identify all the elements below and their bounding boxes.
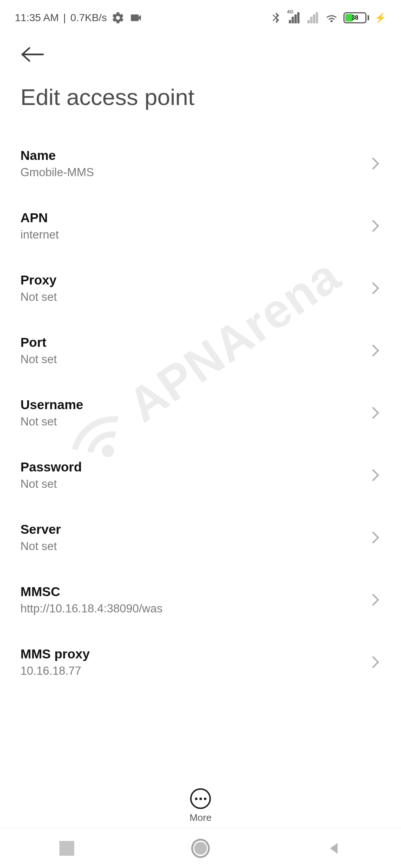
signal-1-icon: 4G (288, 11, 301, 24)
settings-list: NameGmobile-MMSAPNinternetProxyNot setPo… (0, 132, 401, 785)
setting-value: Not set (20, 477, 82, 491)
setting-label: Password (20, 460, 82, 474)
status-left: 11:35 AM | 0.7KB/s (15, 11, 143, 24)
setting-row-password[interactable]: PasswordNot set (20, 444, 381, 506)
more-label: More (189, 812, 211, 823)
setting-value: Not set (20, 290, 57, 304)
chevron-right-icon (370, 655, 381, 670)
setting-value: Gmobile-MMS (20, 166, 94, 179)
battery-icon: 38 (343, 12, 369, 23)
chevron-right-icon (370, 405, 381, 420)
setting-row-mmsc[interactable]: MMSChttp://10.16.18.4:38090/was (20, 569, 381, 631)
setting-row-username[interactable]: UsernameNot set (20, 382, 381, 444)
more-icon (190, 788, 211, 809)
setting-label: APN (20, 210, 59, 225)
setting-value: 10.16.18.77 (20, 664, 90, 678)
chevron-right-icon (370, 156, 381, 171)
setting-label: MMS proxy (20, 647, 90, 661)
setting-row-proxy[interactable]: ProxyNot set (20, 257, 381, 319)
more-button[interactable]: More (0, 773, 401, 823)
setting-label: Port (20, 335, 57, 350)
chevron-right-icon (370, 281, 381, 296)
status-speed: 0.7KB/s (71, 12, 107, 24)
setting-value: http://10.16.18.4:38090/was (20, 602, 163, 615)
charging-icon: ⚡ (374, 12, 386, 24)
setting-row-mms-proxy[interactable]: MMS proxy10.16.18.77 (20, 631, 381, 693)
chevron-right-icon (370, 530, 381, 545)
status-bar: 11:35 AM | 0.7KB/s 4G 38 ⚡ (0, 0, 401, 31)
gear-icon (111, 11, 125, 24)
chevron-right-icon (370, 343, 381, 358)
setting-label: Name (20, 148, 94, 163)
status-time: 11:35 AM (15, 12, 59, 24)
back-button[interactable] (20, 46, 46, 66)
setting-label: Username (20, 397, 83, 412)
chevron-right-icon (370, 468, 381, 483)
wifi-icon (325, 11, 338, 24)
chevron-right-icon (370, 592, 381, 607)
setting-value: Not set (20, 353, 57, 366)
setting-row-apn[interactable]: APNinternet (20, 195, 381, 257)
setting-row-server[interactable]: ServerNot set (20, 506, 381, 569)
signal-2-icon (306, 11, 320, 24)
setting-label: MMSC (20, 584, 163, 599)
setting-row-name[interactable]: NameGmobile-MMS (20, 132, 381, 195)
bluetooth-icon (269, 11, 283, 24)
nav-recents-button[interactable] (58, 839, 76, 858)
setting-value: Not set (20, 415, 83, 428)
setting-row-port[interactable]: PortNot set (20, 319, 381, 382)
setting-label: Server (20, 522, 61, 537)
chevron-right-icon (370, 218, 381, 233)
nav-home-button[interactable] (191, 839, 210, 858)
setting-value: Not set (20, 540, 61, 553)
system-nav-bar (0, 828, 401, 868)
status-right: 4G 38 ⚡ (269, 11, 386, 24)
page-title: Edit access point (0, 73, 401, 132)
setting-label: Proxy (20, 273, 57, 287)
camera-icon (129, 11, 143, 24)
setting-value: internet (20, 228, 59, 241)
nav-back-button[interactable] (325, 839, 343, 858)
